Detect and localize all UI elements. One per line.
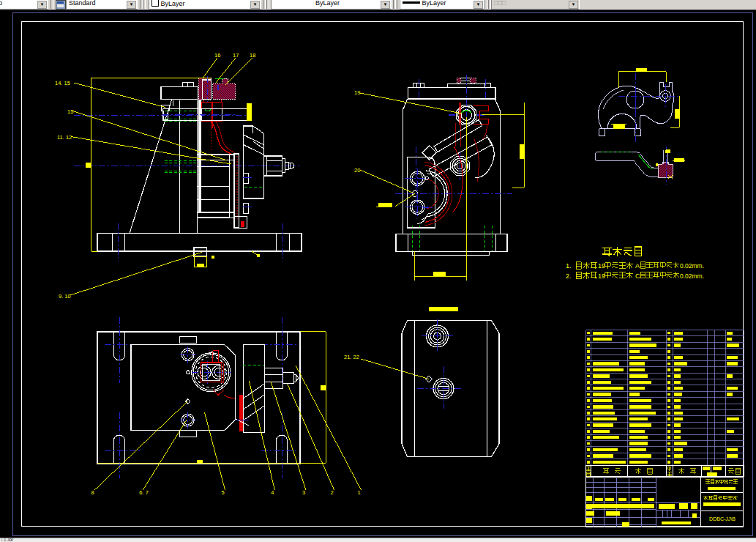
- svg-text:19: 19: [354, 89, 360, 96]
- svg-text:19: 19: [598, 272, 605, 280]
- svg-text:2.: 2.: [566, 272, 572, 280]
- svg-text:8: 8: [91, 489, 94, 496]
- svg-text:2: 2: [331, 489, 334, 496]
- svg-text:16: 16: [214, 52, 220, 59]
- svg-text:11. 12: 11. 12: [57, 134, 72, 141]
- svg-text:21. 22: 21. 22: [344, 354, 359, 360]
- svg-text:0.02mm.: 0.02mm.: [680, 272, 704, 280]
- svg-text:17: 17: [233, 52, 239, 59]
- svg-text:4: 4: [271, 489, 274, 496]
- svg-text:14. 15: 14. 15: [55, 80, 70, 86]
- svg-text:19: 19: [598, 262, 605, 270]
- svg-text:0.02mm.: 0.02mm.: [680, 262, 704, 270]
- svg-text:A: A: [635, 262, 640, 270]
- svg-text:20: 20: [354, 167, 360, 174]
- svg-text:1: 1: [357, 489, 360, 496]
- svg-text:1.: 1.: [566, 262, 572, 270]
- svg-text:6. 7: 6. 7: [139, 489, 149, 496]
- svg-text:5: 5: [222, 489, 225, 496]
- svg-text:C: C: [635, 272, 640, 280]
- svg-text:9. 10: 9. 10: [59, 293, 71, 300]
- svg-text:18: 18: [250, 52, 255, 59]
- svg-text:3: 3: [302, 489, 305, 496]
- svg-text:DDBC-JJ\B: DDBC-JJ\B: [709, 516, 736, 521]
